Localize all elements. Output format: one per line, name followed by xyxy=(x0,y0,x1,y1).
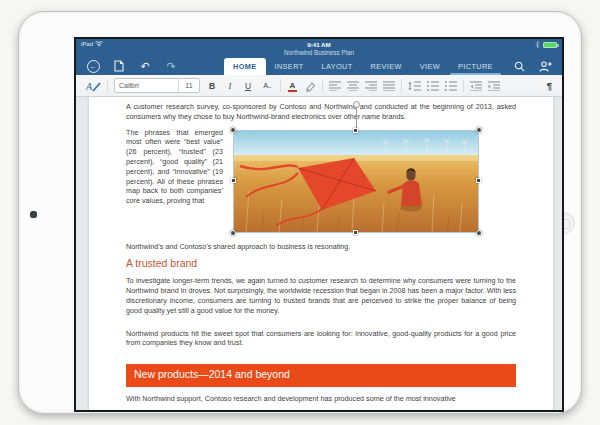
wrap-section: The phrases that emerged most often were… xyxy=(126,128,516,240)
resize-handle-nw[interactable] xyxy=(230,127,236,133)
align-left-button[interactable] xyxy=(329,81,341,91)
justify-button[interactable] xyxy=(383,81,395,91)
format-painter-icon: A xyxy=(86,80,101,92)
divider xyxy=(107,79,108,92)
align-center-icon xyxy=(347,81,359,91)
font-box: Calibri 11 xyxy=(114,78,200,93)
numbered-list-icon xyxy=(445,81,457,91)
svg-text:A: A xyxy=(86,81,93,92)
resize-handle-se[interactable] xyxy=(476,230,482,236)
font-size-input[interactable]: 11 xyxy=(179,82,199,89)
bluetooth-icon xyxy=(535,41,540,48)
tab-home[interactable]: HOME xyxy=(224,58,266,75)
align-right-button[interactable] xyxy=(365,81,377,91)
share-people-button[interactable] xyxy=(538,59,552,73)
redo-button[interactable]: ↷ xyxy=(164,59,178,73)
divider xyxy=(322,79,323,92)
tab-view[interactable]: VIEW xyxy=(411,58,449,75)
ribbon-tabs: HOME INSERT LAYOUT REVIEW VIEW PICTURE xyxy=(224,58,502,75)
paragraph[interactable]: Northwind’s and Contoso’s shared approac… xyxy=(126,242,516,252)
banner-heading[interactable]: New products—2014 and beyond xyxy=(126,364,516,387)
format-painter-button[interactable]: A xyxy=(86,80,101,92)
line-spacing-icon xyxy=(408,81,421,91)
rotate-handle[interactable] xyxy=(353,101,360,108)
indent-button[interactable] xyxy=(488,81,500,91)
align-right-icon xyxy=(365,81,377,91)
status-bar: iPad 9:41 AM xyxy=(76,39,562,49)
tab-insert[interactable]: INSERT xyxy=(266,58,313,75)
underline-button[interactable]: U xyxy=(242,81,254,91)
resize-handle-s[interactable] xyxy=(353,230,358,235)
numbering-button[interactable] xyxy=(445,81,457,91)
divider xyxy=(463,79,464,92)
paragraph[interactable]: A customer research survey, co-sponsored… xyxy=(126,102,516,122)
back-button[interactable]: ← xyxy=(86,59,100,73)
bold-button[interactable]: B xyxy=(206,81,218,91)
paragraph[interactable]: The phrases that emerged most often were… xyxy=(126,128,223,206)
app-header: iPad 9:41 AM Northwind Business Plan ← xyxy=(76,39,562,75)
highlighter-button[interactable] xyxy=(304,80,316,92)
text-styles-button[interactable]: A.. xyxy=(260,81,274,90)
bullets-button[interactable] xyxy=(427,81,439,91)
tab-layout[interactable]: LAYOUT xyxy=(313,58,362,75)
tab-picture[interactable]: PICTURE xyxy=(449,58,502,75)
divider xyxy=(280,79,281,92)
search-icon xyxy=(514,61,525,72)
resize-handle-w[interactable] xyxy=(231,178,236,183)
font-name-input[interactable]: Calibri xyxy=(115,82,178,89)
section-heading[interactable]: A trusted brand xyxy=(126,257,516,270)
battery-icon xyxy=(543,42,557,48)
font-color-button[interactable]: A xyxy=(287,81,298,90)
resize-handle-n[interactable] xyxy=(353,128,358,133)
italic-button[interactable]: I xyxy=(224,81,236,91)
screen: iPad 9:41 AM Northwind Business Plan ← xyxy=(74,37,564,412)
ipad-device-frame: iPad 9:41 AM Northwind Business Plan ← xyxy=(18,11,582,414)
justify-icon xyxy=(383,81,395,91)
bullet-list-icon xyxy=(427,81,439,91)
formatting-toolbar: A Calibri 11 B I U A.. A xyxy=(76,75,562,97)
new-file-button[interactable] xyxy=(112,59,126,73)
align-center-button[interactable] xyxy=(347,81,359,91)
tab-bar: ← ↶ ↷ HOME INSERT LAYOUT REVIEW V xyxy=(76,58,562,75)
paragraph[interactable]: With Northwind support, Contoso research… xyxy=(126,394,516,404)
paragraph[interactable]: Northwind products hit the sweet spot th… xyxy=(126,329,516,349)
document-page[interactable]: A customer research survey, co-sponsored… xyxy=(89,97,553,412)
document-title: Northwind Business Plan xyxy=(76,49,562,58)
outdent-button[interactable] xyxy=(470,81,482,91)
search-button[interactable] xyxy=(512,59,526,73)
tab-review[interactable]: REVIEW xyxy=(362,58,411,75)
resize-handle-e[interactable] xyxy=(476,178,481,183)
document-area: A customer research survey, co-sponsored… xyxy=(76,97,562,412)
paragraph[interactable]: To investigate longer-term trends, we ag… xyxy=(126,276,516,315)
kite-photo[interactable] xyxy=(233,130,479,233)
highlighter-icon xyxy=(304,80,316,92)
paragraph-marks-button[interactable]: ¶ xyxy=(547,80,552,91)
front-camera xyxy=(30,211,37,218)
divider xyxy=(401,79,402,92)
resize-handle-sw[interactable] xyxy=(230,230,236,236)
align-left-icon xyxy=(329,81,341,91)
outdent-icon xyxy=(470,81,482,91)
indent-icon xyxy=(488,81,500,91)
resize-handle-ne[interactable] xyxy=(476,127,482,133)
undo-button[interactable]: ↶ xyxy=(138,59,152,73)
file-icon xyxy=(114,60,124,72)
clock: 9:41 AM xyxy=(76,41,562,48)
person-add-icon xyxy=(539,61,552,72)
line-spacing-button[interactable] xyxy=(408,81,421,91)
